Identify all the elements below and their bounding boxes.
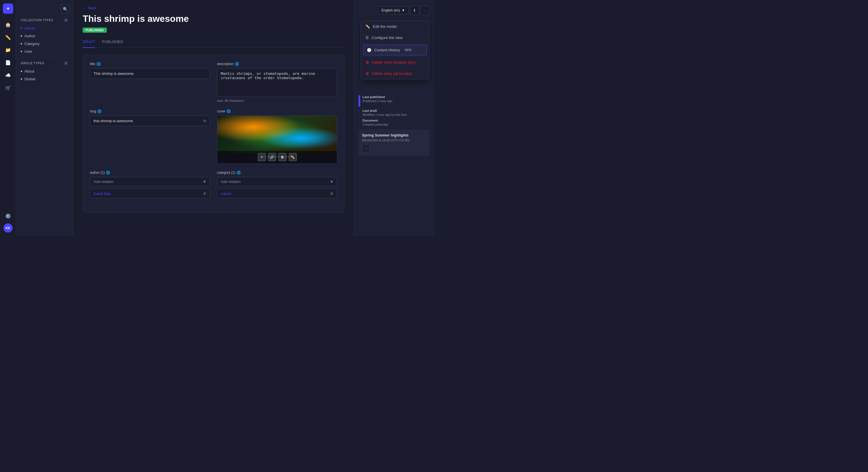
form-card: title 🌐 description 🌐 max. 80 characters <box>83 55 344 212</box>
title-label: title 🌐 <box>90 62 210 66</box>
list-icon: ☰ <box>365 36 369 40</box>
nav-icon-docs[interactable]: 📄 <box>3 57 13 68</box>
tab-draft[interactable]: DRAFT <box>83 37 95 48</box>
globe-icon: 🌐 <box>106 171 110 175</box>
dot-icon <box>21 51 22 52</box>
author-remove-button[interactable]: ✕ <box>203 191 206 196</box>
main-header: ← Back This shrimp is awesome Published … <box>73 0 353 48</box>
chevron-down-icon: ▼ <box>330 179 334 184</box>
locale-selector: English (en) ▼ ⬇ ··· <box>359 6 429 15</box>
title-group: title 🌐 <box>90 62 210 102</box>
search-button[interactable]: 🔍 <box>61 5 70 14</box>
cover-link-button[interactable]: 🔗 <box>268 153 276 161</box>
dot-icon <box>21 43 22 44</box>
sidebar-item-author[interactable]: Author <box>16 32 73 40</box>
related-card-date: 09/18/2024 at 16:00 (UTC+02:00) <box>362 138 426 142</box>
nav-sidebar: 🔍 COLLECTION TYPES 4 Article Author Cate… <box>16 0 73 236</box>
sidebar-item-category[interactable]: Category <box>16 40 73 47</box>
title-input[interactable] <box>90 68 210 79</box>
delete-entry-en-item[interactable]: 🗑 Delete entry (English (en)) <box>361 57 429 68</box>
sidebar-item-global[interactable]: Global <box>16 75 73 83</box>
nav-icon-media[interactable]: 📁 <box>3 45 13 55</box>
globe-icon: 🌐 <box>237 171 241 175</box>
category-remove-button[interactable]: ✕ <box>330 191 334 196</box>
content-history-item[interactable]: 🕐 Content History NEW <box>363 45 427 55</box>
status-area: Last published Published 1 hour ago Last… <box>359 95 429 126</box>
title-desc-row: title 🌐 description 🌐 max. 80 characters <box>90 62 337 102</box>
sidebar-item-user[interactable]: User <box>16 47 73 55</box>
dot-icon <box>21 71 22 72</box>
nav-divider <box>21 58 69 58</box>
slug-label: slug 🌐 <box>90 109 210 113</box>
cover-add-button[interactable]: + <box>258 153 266 161</box>
app-logo: ✦ <box>3 3 13 14</box>
author-tag: David Doe ✕ <box>90 189 210 198</box>
new-badge: NEW <box>403 48 413 52</box>
main-content: ← Back This shrimp is awesome Published … <box>73 0 353 236</box>
description-input[interactable] <box>217 68 337 97</box>
sidebar-item-about[interactable]: About <box>16 67 73 75</box>
collection-types-label: COLLECTION TYPES 4 <box>16 19 73 24</box>
nav-icon-settings[interactable]: ⚙️ <box>3 211 13 221</box>
nav-icon-shop[interactable]: 🛒 <box>3 82 13 93</box>
dot-icon <box>21 35 22 37</box>
globe-icon: 🌐 <box>235 62 239 66</box>
author-group: author (1) 🌐 Add relation ▼ David Doe ✕ <box>90 171 210 198</box>
author-add-relation[interactable]: Add relation ▼ <box>90 177 210 187</box>
search-bar: 🔍 <box>16 5 73 19</box>
chevron-down-icon: ▼ <box>402 8 405 12</box>
author-label: author (1) 🌐 <box>90 171 210 175</box>
refresh-icon[interactable]: ↻ <box>203 119 207 123</box>
form-area: title 🌐 description 🌐 max. 80 characters <box>73 48 353 236</box>
slug-input[interactable] <box>90 115 210 126</box>
pencil-icon: ✏️ <box>365 24 370 29</box>
category-label: category (1) 🌐 <box>217 171 337 175</box>
tabs: DRAFT PUBLISHED <box>83 37 344 48</box>
back-arrow-icon: ← <box>83 6 86 10</box>
globe-icon: 🌐 <box>96 62 101 66</box>
download-button[interactable]: ⬇ <box>410 6 419 15</box>
right-panel-inner: English (en) ▼ ⬇ ··· ✏️ Edit the model ☰… <box>359 6 429 156</box>
page-title: This shrimp is awesome <box>83 13 344 24</box>
configure-view-item[interactable]: ☰ Configure the view <box>361 32 429 43</box>
cover-area: + 🔗 🗑 ✏️ this-shrimp-is-awesome <box>217 115 337 164</box>
icon-sidebar: ✦ 🏠 ✏️ 📁 📄 ☁️ 🛒 ⚙️ KD <box>0 0 16 236</box>
dropdown-menu: ✏️ Edit the model ☰ Configure the view 🕐… <box>361 21 429 79</box>
dot-icon <box>21 78 22 80</box>
related-card: Spring Summer highlights 09/18/2024 at 1… <box>359 130 429 156</box>
category-tag: nature ✕ <box>217 189 337 198</box>
delete-all-locales-item[interactable]: 🗑 Delete entry (all locales) <box>361 68 429 79</box>
chevron-down-icon: ▼ <box>203 179 206 184</box>
cover-delete-button[interactable]: 🗑 <box>278 153 286 161</box>
locale-button[interactable]: English (en) ▼ <box>378 6 409 14</box>
single-types-label: SINGLE TYPES 2 <box>16 61 73 67</box>
status-indicator <box>359 95 360 107</box>
dot-icon <box>21 28 22 29</box>
related-card-more-button[interactable]: ··· <box>362 144 370 152</box>
trash-icon: 🗑 <box>365 71 369 76</box>
single-types-badge: 2 <box>63 61 69 65</box>
tab-published[interactable]: PUBLISHED <box>102 37 123 48</box>
category-group: category (1) 🌐 Add relation ▼ nature ✕ <box>217 171 337 198</box>
category-add-relation[interactable]: Add relation ▼ <box>217 177 337 187</box>
nav-icon-cloud[interactable]: ☁️ <box>3 70 13 80</box>
back-link[interactable]: ← Back <box>83 6 344 10</box>
published-badge: Published <box>83 28 107 33</box>
cover-label: cover 🌐 <box>217 109 337 113</box>
right-panel: English (en) ▼ ⬇ ··· ✏️ Edit the model ☰… <box>353 0 434 236</box>
history-icon: 🕐 <box>367 48 371 52</box>
description-group: description 🌐 max. 80 characters <box>217 62 337 102</box>
app-layout: ✦ 🏠 ✏️ 📁 📄 ☁️ 🛒 ⚙️ KD 🔍 COLLECTION TYPES… <box>0 0 434 236</box>
edit-model-item[interactable]: ✏️ Edit the model <box>361 21 429 32</box>
cover-edit-button[interactable]: ✏️ <box>289 153 297 161</box>
more-options-button[interactable]: ··· <box>420 6 429 15</box>
cover-overlay: + 🔗 🗑 ✏️ <box>217 151 337 164</box>
author-category-row: author (1) 🌐 Add relation ▼ David Doe ✕ <box>90 171 337 198</box>
nav-icon-content[interactable]: ✏️ <box>3 32 13 42</box>
cover-group: cover 🌐 + 🔗 🗑 ✏️ <box>217 109 337 164</box>
nav-icon-home[interactable]: 🏠 <box>3 20 13 30</box>
user-avatar[interactable]: KD <box>3 224 12 233</box>
related-card-title: Spring Summer highlights <box>362 133 426 137</box>
slug-cover-row: slug 🌐 ↻ cover 🌐 <box>90 109 337 164</box>
sidebar-item-article[interactable]: Article <box>16 24 73 32</box>
